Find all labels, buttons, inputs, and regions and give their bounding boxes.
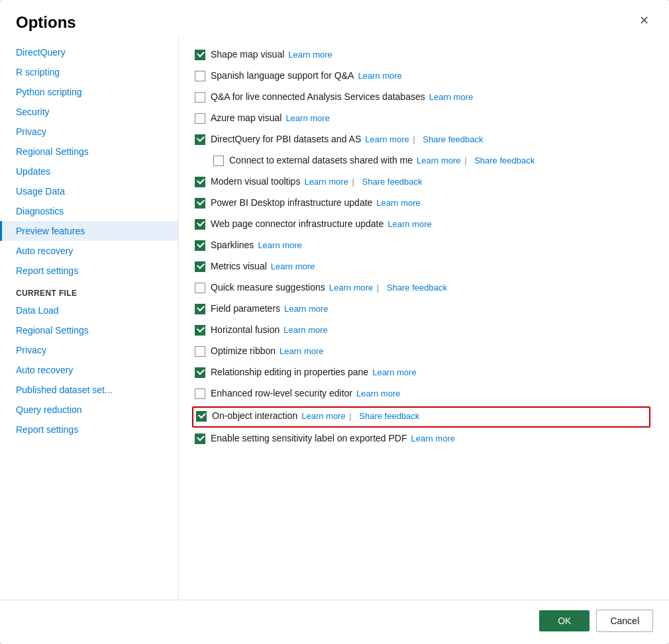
checkbox-modern-tooltips[interactable] [195, 176, 205, 187]
dialog-title: Options [16, 13, 76, 32]
dialog-body: DirectQueryR scriptingPython scriptingSe… [0, 37, 669, 600]
feature-text-sparklines: SparklinesLearn more [211, 239, 649, 252]
sidebar-item-directquery[interactable]: DirectQuery [0, 42, 178, 62]
link-learn-enhanced-rls[interactable]: Learn more [356, 389, 400, 398]
sidebar-item-usage-data[interactable]: Usage Data [0, 181, 178, 201]
link-learn-relationship-editing[interactable]: Learn more [372, 367, 416, 377]
checkbox-sparklines[interactable] [195, 240, 205, 251]
checkbox-directquery-pbi[interactable] [195, 134, 205, 145]
checkbox-icon-connect-external[interactable] [213, 156, 224, 166]
feature-text-enhanced-rls: Enhanced row-level security editorLearn … [211, 387, 649, 400]
link-learn-shape-map[interactable]: Learn more [288, 50, 332, 60]
checkbox-icon-shape-map[interactable] [195, 50, 205, 60]
link-feedback-on-object[interactable]: Share feedback [359, 411, 419, 421]
link-learn-spanish-qa[interactable]: Learn more [358, 71, 401, 81]
sidebar-item-query-reduction[interactable]: Query reduction [0, 400, 178, 420]
feature-row-azure-map: Azure map visualLearn more [192, 109, 669, 130]
link-learn-web-connector[interactable]: Learn more [387, 219, 431, 229]
feature-text-azure-map: Azure map visualLearn more [211, 112, 649, 125]
link-learn-qa-live[interactable]: Learn more [429, 92, 473, 102]
feature-name-enhanced-rls: Enhanced row-level security editor [211, 388, 352, 398]
checkbox-on-object[interactable] [196, 410, 207, 422]
link-learn-sensitivity-label[interactable]: Learn more [411, 434, 455, 443]
link-learn-optimize-ribbon[interactable]: Learn more [280, 346, 323, 356]
sidebar-item-data-load[interactable]: Data Load [0, 300, 178, 320]
sidebar-item-regional-settings-cf[interactable]: Regional Settings [0, 320, 178, 340]
checkbox-relationship-editing[interactable] [195, 367, 205, 378]
sidebar-item-privacy[interactable]: Privacy [0, 122, 178, 142]
checkbox-icon-sparklines[interactable] [195, 240, 205, 251]
link-learn-metrics-visual[interactable]: Learn more [271, 261, 315, 271]
link-sep-connect-external-1: | [462, 156, 470, 165]
feature-name-sensitivity-label: Enable setting sensitivity label on expo… [211, 433, 407, 443]
checkbox-horizontal-fusion[interactable] [195, 324, 205, 336]
checkbox-icon-enhanced-rls[interactable] [195, 389, 205, 399]
link-learn-field-parameters[interactable]: Learn more [284, 304, 328, 314]
checkbox-quick-measure[interactable] [195, 282, 205, 293]
ok-button[interactable]: OK [539, 610, 590, 631]
checkbox-icon-directquery-pbi[interactable] [195, 134, 205, 145]
link-sep-modern-tooltips-1: | [350, 177, 357, 187]
content-scroll-area: Shape map visualLearn moreSpanish langua… [179, 37, 669, 600]
sidebar-item-regional-settings[interactable]: Regional Settings [0, 142, 178, 161]
checkbox-icon-optimize-ribbon[interactable] [195, 346, 205, 357]
sidebar-item-auto-recovery-cf[interactable]: Auto recovery [0, 360, 178, 380]
feature-text-web-connector: Web page connector infrastructure update… [211, 218, 649, 231]
checkbox-icon-sensitivity-label[interactable] [195, 434, 205, 444]
sidebar-item-published-dataset[interactable]: Published dataset set... [0, 380, 178, 400]
checkbox-shape-map[interactable] [195, 49, 205, 60]
checkbox-optimize-ribbon[interactable] [195, 345, 205, 357]
sidebar-item-report-settings-cf[interactable]: Report settings [0, 420, 178, 439]
sidebar-item-updates[interactable]: Updates [0, 161, 178, 181]
checkbox-azure-map[interactable] [195, 113, 205, 124]
checkbox-icon-spanish-qa[interactable] [195, 71, 205, 81]
checkbox-icon-quick-measure[interactable] [195, 283, 205, 293]
checkbox-icon-azure-map[interactable] [195, 113, 205, 124]
link-feedback-connect-external[interactable]: Share feedback [474, 156, 535, 165]
checkbox-icon-field-parameters[interactable] [195, 304, 205, 314]
feature-row-connect-external: Connect to external datasets shared with… [192, 151, 669, 172]
sidebar-item-r-scripting[interactable]: R scripting [0, 62, 178, 82]
sidebar-item-preview-features[interactable]: Preview features [0, 221, 178, 241]
feature-name-azure-map: Azure map visual [211, 113, 282, 123]
sidebar-item-security[interactable]: Security [0, 102, 178, 122]
link-learn-directquery-pbi[interactable]: Learn more [365, 134, 409, 144]
checkbox-sensitivity-label[interactable] [195, 433, 205, 444]
link-feedback-quick-measure[interactable]: Share feedback [387, 283, 447, 293]
checkbox-powerbi-infra[interactable] [195, 197, 205, 208]
sidebar-item-privacy-cf[interactable]: Privacy [0, 340, 178, 360]
link-learn-connect-external[interactable]: Learn more [417, 156, 460, 165]
checkbox-icon-on-object[interactable] [196, 411, 207, 422]
link-feedback-directquery-pbi[interactable]: Share feedback [423, 134, 483, 144]
checkbox-icon-web-connector[interactable] [195, 219, 205, 230]
checkbox-qa-live[interactable] [195, 91, 205, 103]
link-learn-azure-map[interactable]: Learn more [285, 113, 329, 123]
link-learn-sparklines[interactable]: Learn more [258, 240, 301, 250]
checkbox-icon-relationship-editing[interactable] [195, 367, 205, 378]
sidebar-item-auto-recovery[interactable]: Auto recovery [0, 241, 178, 261]
checkbox-web-connector[interactable] [195, 218, 205, 230]
checkbox-icon-powerbi-infra[interactable] [195, 198, 205, 208]
sidebar-item-report-settings[interactable]: Report settings [0, 261, 178, 281]
checkbox-connect-external[interactable] [213, 155, 224, 166]
checkbox-field-parameters[interactable] [195, 303, 205, 314]
checkbox-metrics-visual[interactable] [195, 261, 205, 272]
checkbox-icon-qa-live[interactable] [195, 92, 205, 103]
checkbox-icon-metrics-visual[interactable] [195, 261, 205, 272]
checkbox-spanish-qa[interactable] [195, 70, 205, 81]
link-learn-powerbi-infra[interactable]: Learn more [376, 198, 420, 208]
cancel-button[interactable]: Cancel [596, 610, 653, 632]
sidebar-global: DirectQueryR scriptingPython scriptingSe… [0, 42, 178, 281]
sidebar-item-python-scripting[interactable]: Python scripting [0, 82, 178, 102]
link-learn-on-object[interactable]: Learn more [301, 411, 345, 421]
link-feedback-modern-tooltips[interactable]: Share feedback [362, 177, 423, 187]
feature-row-modern-tooltips: Modern visual tooltipsLearn more | Share… [192, 172, 669, 193]
link-learn-horizontal-fusion[interactable]: Learn more [283, 325, 327, 335]
sidebar-item-diagnostics[interactable]: Diagnostics [0, 201, 178, 221]
checkbox-icon-horizontal-fusion[interactable] [195, 325, 205, 336]
checkbox-icon-modern-tooltips[interactable] [195, 177, 205, 187]
close-button[interactable]: ✕ [635, 13, 653, 28]
checkbox-enhanced-rls[interactable] [195, 388, 205, 399]
link-learn-modern-tooltips[interactable]: Learn more [304, 177, 348, 187]
link-learn-quick-measure[interactable]: Learn more [329, 283, 373, 293]
